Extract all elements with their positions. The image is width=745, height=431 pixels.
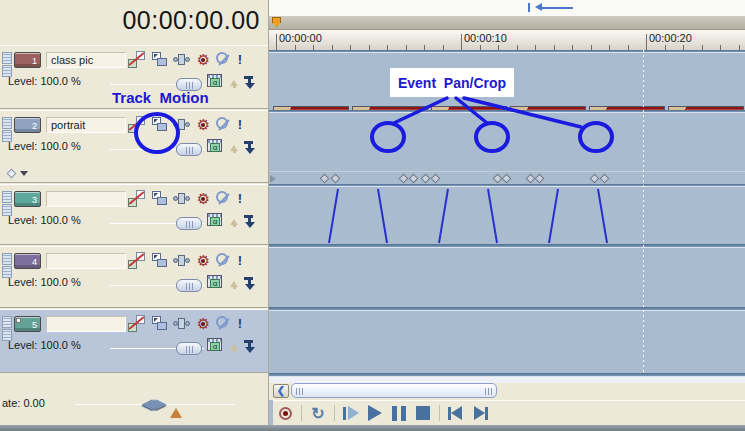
make-compositing-child-icon[interactable] (227, 214, 241, 228)
track-name-input[interactable]: portrait (46, 117, 126, 133)
timeline-track-3[interactable] (269, 187, 745, 244)
make-compositing-child-icon[interactable] (227, 75, 241, 89)
compositing-mode-icon[interactable]: α (207, 338, 225, 356)
keyframe-diamond[interactable] (331, 174, 341, 184)
compositing-mode-icon[interactable]: α (207, 139, 225, 157)
record-button[interactable] (273, 403, 297, 423)
make-compositing-parent-icon[interactable] (243, 276, 257, 290)
overview-scroll-bar[interactable] (269, 0, 745, 17)
track-motion-icon[interactable] (151, 51, 169, 69)
solo-icon[interactable]: ! (236, 315, 244, 333)
timeline-track-4[interactable]: Class of 07Class of 07Class of 07Class o… (269, 248, 745, 307)
project-marker-icon[interactable] (272, 17, 281, 27)
mute-icon[interactable] (215, 315, 233, 333)
make-compositing-parent-icon[interactable] (243, 339, 257, 353)
track-fx-icon[interactable]: ⚙ (195, 252, 212, 270)
make-compositing-child-icon[interactable] (227, 140, 241, 154)
horizontal-scrollbar[interactable]: ❮ (269, 383, 745, 400)
compositing-mode-icon[interactable]: α (207, 74, 225, 92)
track-color-badge[interactable]: 1 (14, 52, 41, 68)
track-name-input[interactable] (46, 191, 126, 207)
scroll-left-button[interactable]: ❮ (273, 384, 289, 398)
go-to-start-button[interactable] (444, 403, 468, 423)
automation-settings-icon[interactable] (173, 51, 191, 69)
stop-button[interactable] (411, 403, 435, 423)
play-button[interactable] (363, 403, 387, 423)
track-color-badge[interactable]: 5 (14, 316, 41, 332)
bypass-motion-blur-icon[interactable] (128, 315, 146, 333)
compositing-mode-icon[interactable]: α (207, 213, 225, 231)
mute-icon[interactable] (215, 252, 233, 270)
track-motion-icon[interactable] (151, 252, 169, 270)
mute-icon[interactable] (215, 116, 233, 134)
track-color-badge[interactable]: 3 (14, 191, 41, 207)
bypass-motion-blur-icon[interactable] (128, 116, 146, 134)
track-fx-icon[interactable]: ⚙ (195, 315, 212, 333)
scrollbar-thumb[interactable] (291, 383, 497, 398)
track-fx-icon[interactable]: ⚙ (195, 116, 212, 134)
keyframe-diamond[interactable] (421, 174, 431, 184)
loop-button[interactable]: ↻ (306, 403, 330, 423)
timeline-track-5[interactable] (269, 311, 745, 373)
bypass-motion-blur-icon[interactable] (128, 252, 146, 270)
level-slider-thumb[interactable] (176, 217, 202, 230)
track-name-input[interactable] (46, 253, 126, 269)
track-motion-icon[interactable] (151, 315, 169, 333)
level-label: Level: 100.0 % (8, 140, 81, 152)
level-slider-thumb[interactable] (176, 279, 202, 292)
mute-icon[interactable] (215, 51, 233, 69)
keyframe-widget[interactable] (7, 168, 31, 180)
track-name-input[interactable]: class pic (46, 52, 126, 68)
bypass-motion-blur-icon[interactable] (128, 51, 146, 69)
mute-icon[interactable] (215, 190, 233, 208)
track-color-badge[interactable]: 4 (14, 253, 41, 269)
keyframe-diamond[interactable] (600, 174, 610, 184)
timeline-track-2[interactable] (269, 113, 745, 171)
keyframe-diamond[interactable] (535, 174, 545, 184)
keyframe-row-arrow-icon (270, 175, 280, 183)
track-header-4[interactable]: 4⚙!Level: 100.0 %α (0, 246, 268, 308)
track-header-5[interactable]: 5⚙!Level: 100.0 %α (0, 309, 268, 373)
track-name-input[interactable] (46, 316, 126, 332)
track-motion-icon[interactable] (151, 190, 169, 208)
keyframe-diamond[interactable] (502, 174, 512, 184)
level-slider-thumb[interactable] (176, 342, 202, 355)
rate-label: ate: 0.00 (2, 397, 45, 409)
bypass-motion-blur-icon[interactable] (128, 190, 146, 208)
make-compositing-parent-icon[interactable] (243, 214, 257, 228)
track-fx-icon[interactable]: ⚙ (195, 190, 212, 208)
track-fx-icon[interactable]: ⚙ (195, 51, 212, 69)
go-to-end-button[interactable] (468, 403, 492, 423)
make-compositing-parent-icon[interactable] (243, 75, 257, 89)
keyframe-diamond[interactable] (431, 174, 441, 184)
compositing-mode-icon[interactable]: α (207, 275, 225, 293)
keyframe-diamond[interactable] (399, 174, 409, 184)
keyframe-diamond[interactable] (409, 174, 419, 184)
make-compositing-child-icon[interactable] (227, 339, 241, 353)
solo-icon[interactable]: ! (236, 252, 244, 270)
marker-bar[interactable] (269, 17, 745, 30)
keyframe-diamond[interactable] (590, 174, 600, 184)
automation-settings-icon[interactable] (173, 116, 191, 134)
solo-icon[interactable]: ! (236, 51, 244, 69)
level-slider-thumb[interactable] (176, 143, 202, 156)
track-color-badge[interactable]: 2 (14, 117, 41, 133)
track-motion-icon[interactable] (151, 116, 169, 134)
automation-settings-icon[interactable] (173, 252, 191, 270)
track-2-keyframe-row[interactable] (269, 171, 745, 184)
keyframe-diamond[interactable] (320, 174, 330, 184)
automation-settings-icon[interactable] (173, 315, 191, 333)
play-from-start-button[interactable] (339, 403, 363, 423)
time-ruler[interactable]: 00:00:0000:00:1000:00:20 (269, 30, 745, 50)
make-compositing-parent-icon[interactable] (243, 140, 257, 154)
track-header-2[interactable]: 2portrait⚙!Level: 100.0 %α (0, 110, 268, 183)
time-display: 00:00:00.00 (0, 0, 260, 40)
automation-settings-icon[interactable] (173, 190, 191, 208)
pause-button[interactable] (387, 403, 411, 423)
solo-icon[interactable]: ! (236, 190, 244, 208)
timeline-panel: 00:00:0000:00:1000:00:20 Class of 07Clas… (269, 0, 745, 431)
make-compositing-child-icon[interactable] (227, 276, 241, 290)
track-header-3[interactable]: 3⚙!Level: 100.0 %α (0, 184, 268, 245)
transport-separator (334, 405, 335, 421)
solo-icon[interactable]: ! (236, 116, 244, 134)
